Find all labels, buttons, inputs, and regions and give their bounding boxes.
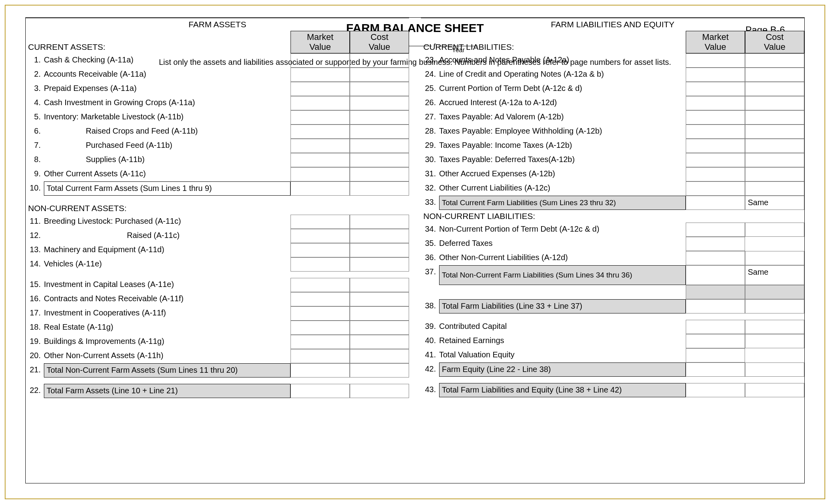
cv-32[interactable] bbox=[745, 181, 804, 196]
cv-42[interactable] bbox=[745, 362, 804, 377]
mv-20[interactable] bbox=[290, 349, 350, 363]
cv-17[interactable] bbox=[350, 306, 409, 321]
mv-23[interactable] bbox=[686, 53, 745, 68]
cv-18[interactable] bbox=[350, 321, 409, 335]
mv-13[interactable] bbox=[290, 243, 350, 257]
cv-8[interactable] bbox=[350, 153, 409, 167]
mv-36[interactable] bbox=[686, 251, 745, 265]
line-28: 28.Taxes Payable: Employee Withholding (… bbox=[421, 125, 804, 139]
mv-18[interactable] bbox=[290, 321, 350, 335]
line-37: 37.Total Non-Current Farm Liabilities (S… bbox=[421, 265, 804, 285]
mv-42[interactable] bbox=[686, 362, 745, 377]
cv-20[interactable] bbox=[350, 349, 409, 363]
cv-40[interactable] bbox=[745, 334, 804, 348]
mv-9[interactable] bbox=[290, 167, 350, 181]
mv-14[interactable] bbox=[290, 257, 350, 272]
mv-15[interactable] bbox=[290, 278, 350, 292]
cv-13[interactable] bbox=[350, 243, 409, 257]
mv-37[interactable] bbox=[686, 265, 745, 285]
cv-12[interactable] bbox=[350, 229, 409, 243]
cv-34[interactable] bbox=[745, 223, 804, 237]
cv-1[interactable] bbox=[350, 53, 409, 68]
cv-39[interactable] bbox=[745, 320, 804, 334]
mv-24[interactable] bbox=[686, 68, 745, 82]
mv-6[interactable] bbox=[290, 125, 350, 139]
cv-15[interactable] bbox=[350, 278, 409, 292]
mv-12[interactable] bbox=[290, 229, 350, 243]
form-border: FARM ASSETS CURRENT ASSETS: MarketValue … bbox=[25, 17, 805, 483]
mv-29[interactable] bbox=[686, 139, 745, 153]
mv-8[interactable] bbox=[290, 153, 350, 167]
line-31: 31.Other Accrued Expenses (A-12b) bbox=[421, 167, 804, 181]
cv-38[interactable] bbox=[745, 299, 804, 313]
mv-2[interactable] bbox=[290, 68, 350, 82]
mv-10[interactable] bbox=[290, 181, 350, 196]
mv-22[interactable] bbox=[290, 384, 350, 398]
mv-16[interactable] bbox=[290, 292, 350, 306]
mv-33[interactable] bbox=[686, 196, 745, 210]
cv-29[interactable] bbox=[745, 139, 804, 153]
mv-41[interactable] bbox=[686, 348, 745, 362]
cv-5[interactable] bbox=[350, 110, 409, 125]
mv-43[interactable] bbox=[686, 383, 745, 397]
line-18: 18.Real Estate (A-11g) bbox=[26, 321, 409, 335]
mv-26[interactable] bbox=[686, 96, 745, 110]
mv-4[interactable] bbox=[290, 96, 350, 110]
line-33: 33.Total Current Farm Liabilities (Sum L… bbox=[421, 196, 804, 210]
cv-3[interactable] bbox=[350, 82, 409, 96]
mv-39[interactable] bbox=[686, 320, 745, 334]
line-7: 7.Purchased Feed (A-11b) bbox=[26, 139, 409, 153]
cv-6[interactable] bbox=[350, 125, 409, 139]
cv-24[interactable] bbox=[745, 68, 804, 82]
noncurrent-assets-label: NON-CURRENT ASSETS: bbox=[26, 202, 409, 215]
cv-19[interactable] bbox=[350, 335, 409, 349]
mv-40[interactable] bbox=[686, 334, 745, 348]
cv-35 bbox=[745, 237, 804, 251]
mv-31[interactable] bbox=[686, 167, 745, 181]
assets-title: FARM ASSETS bbox=[26, 18, 409, 31]
mv-17[interactable] bbox=[290, 306, 350, 321]
cv-2[interactable] bbox=[350, 68, 409, 82]
mv-25[interactable] bbox=[686, 82, 745, 96]
line-30: 30.Taxes Payable: Deferred Taxes(A-12b) bbox=[421, 153, 804, 167]
mv-35[interactable] bbox=[686, 237, 745, 251]
cv-27[interactable] bbox=[745, 110, 804, 125]
mv-38[interactable] bbox=[686, 299, 745, 313]
cv-25[interactable] bbox=[745, 82, 804, 96]
cv-11[interactable] bbox=[350, 215, 409, 229]
cv-26[interactable] bbox=[745, 96, 804, 110]
cv-36[interactable] bbox=[745, 251, 804, 265]
cv-9[interactable] bbox=[350, 167, 409, 181]
mv-19[interactable] bbox=[290, 335, 350, 349]
line-36: 36.Other Non-Current Liabilities (A-12d) bbox=[421, 251, 804, 265]
mv-1[interactable] bbox=[290, 53, 350, 68]
cv-21[interactable] bbox=[350, 363, 409, 378]
cv-7[interactable] bbox=[350, 139, 409, 153]
cv-23[interactable] bbox=[745, 53, 804, 68]
cv-43[interactable] bbox=[745, 383, 804, 397]
mv-3[interactable] bbox=[290, 82, 350, 96]
line-15: 15.Investment in Capital Leases (A-11e) bbox=[26, 278, 409, 292]
cv-22[interactable] bbox=[350, 384, 409, 398]
cv-31[interactable] bbox=[745, 167, 804, 181]
line-40: 40.Retained Earnings bbox=[421, 334, 804, 348]
mv-11[interactable] bbox=[290, 215, 350, 229]
cv-16[interactable] bbox=[350, 292, 409, 306]
mv-28[interactable] bbox=[686, 125, 745, 139]
mv-30[interactable] bbox=[686, 153, 745, 167]
mv-5[interactable] bbox=[290, 110, 350, 125]
cv-4[interactable] bbox=[350, 96, 409, 110]
mv-27[interactable] bbox=[686, 110, 745, 125]
line-32: 32.Other Current Liabilities (A-12c) bbox=[421, 181, 804, 196]
cv-30[interactable] bbox=[745, 153, 804, 167]
market-value-header-r: MarketValue bbox=[686, 31, 745, 53]
cv-28[interactable] bbox=[745, 125, 804, 139]
mv-34[interactable] bbox=[686, 223, 745, 237]
mv-21[interactable] bbox=[290, 363, 350, 378]
line-4: 4.Cash Investment in Growing Crops (A-11… bbox=[26, 96, 409, 110]
cv-10[interactable] bbox=[350, 181, 409, 196]
cv-14[interactable] bbox=[350, 257, 409, 272]
cv-33: Same bbox=[745, 196, 804, 210]
mv-7[interactable] bbox=[290, 139, 350, 153]
mv-32[interactable] bbox=[686, 181, 745, 196]
